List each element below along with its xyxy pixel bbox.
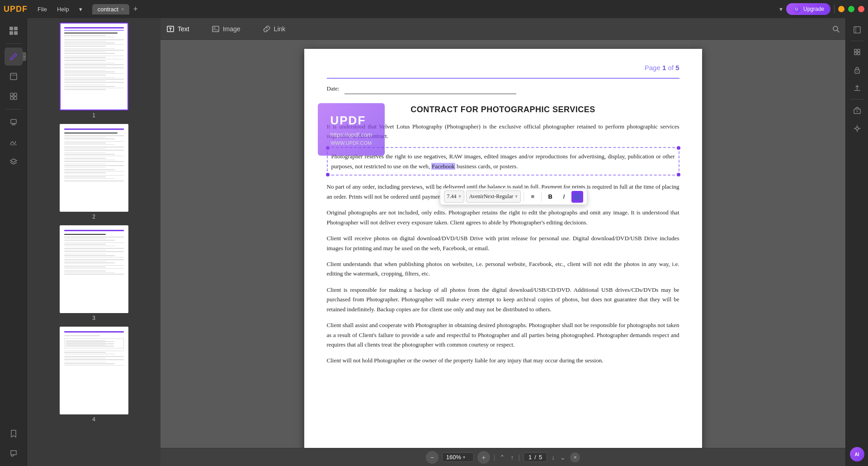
- selected-text-container[interactable]: Photographer reserves the right to use n…: [327, 147, 679, 176]
- paragraph-8: Client will not hold Photographer or the…: [327, 356, 679, 365]
- sidebar-item-layers[interactable]: [5, 153, 23, 171]
- font-name-field[interactable]: AvenirNext-Regular ▾: [466, 190, 521, 203]
- toolbar-search-button[interactable]: [826, 22, 845, 36]
- zoom-in-button[interactable]: +: [477, 451, 490, 464]
- tab-contract[interactable]: contract ×: [92, 4, 130, 14]
- sidebar-item-edit[interactable]: ›: [5, 48, 23, 66]
- font-name-arrow: ▾: [515, 192, 518, 201]
- svg-rect-6: [10, 93, 13, 96]
- nav-down-button[interactable]: ↓: [551, 454, 556, 461]
- toolbar-divider-1: [524, 192, 524, 201]
- maximize-button[interactable]: [848, 6, 854, 12]
- thumbnail-item-4[interactable]: 4: [31, 327, 157, 423]
- right-ocr-icon[interactable]: [849, 44, 865, 60]
- upgrade-button[interactable]: U Upgrade: [786, 3, 830, 15]
- zoom-value: 160%: [446, 454, 461, 461]
- text-icon: [166, 24, 175, 33]
- color-button[interactable]: [571, 191, 583, 203]
- toolbar-text-item[interactable]: Text: [160, 22, 195, 36]
- sidebar-item-signature[interactable]: [5, 133, 23, 151]
- right-divider-1: [850, 41, 864, 41]
- zoom-arrow[interactable]: ▾: [463, 455, 465, 460]
- dropdown-arrow-icon[interactable]: ▾: [779, 5, 783, 13]
- upgrade-label: Upgrade: [803, 6, 824, 12]
- handle-bottom-right[interactable]: [677, 173, 680, 176]
- svg-rect-3: [14, 31, 18, 35]
- page-of: of: [666, 64, 675, 71]
- right-panel-icon[interactable]: [849, 22, 865, 38]
- nav-first-button[interactable]: ⌃: [499, 454, 506, 461]
- color-swatch: [574, 194, 580, 200]
- thumbnail-label-2: 2: [92, 214, 95, 220]
- svg-rect-9: [14, 97, 17, 100]
- minimize-button[interactable]: [838, 6, 844, 12]
- handle-top-right[interactable]: [677, 146, 680, 150]
- sidebar-item-thumbnail[interactable]: [5, 22, 23, 40]
- add-tab-button[interactable]: +: [130, 5, 141, 14]
- thumbnail-item-2[interactable]: 2: [31, 124, 157, 220]
- pdf-viewer[interactable]: UPDF https://updf.com WWW.UPDF.COM Page …: [160, 40, 845, 448]
- main-layout: ›: [0, 18, 868, 466]
- thumbnail-label-4: 4: [92, 416, 95, 423]
- right-plugin-icon[interactable]: [849, 120, 865, 137]
- page-total: 5: [675, 64, 679, 71]
- right-panel: AI: [845, 18, 868, 466]
- handle-top-left[interactable]: [326, 146, 330, 150]
- menu-dropdown[interactable]: ▾: [75, 4, 87, 14]
- font-size-field[interactable]: 7.44 ▾: [444, 190, 464, 203]
- font-size-arrow: ▾: [458, 192, 461, 201]
- current-page-display[interactable]: 1: [528, 454, 532, 461]
- menu-file[interactable]: File: [33, 4, 52, 14]
- titlebar-menu: File Help ▾: [33, 4, 87, 14]
- sidebar-divider-1: [5, 43, 22, 44]
- thumbnail-page-2: [60, 124, 128, 212]
- align-button[interactable]: ≡: [527, 191, 538, 203]
- zoom-out-button[interactable]: −: [426, 451, 439, 464]
- toolbar-image-item[interactable]: Image: [206, 22, 246, 36]
- avatar-icon: U: [793, 5, 801, 13]
- thumbnail-item-3[interactable]: 3: [31, 225, 157, 321]
- zoom-level-display: 160% ▾: [442, 452, 474, 462]
- right-divider-2: [850, 99, 864, 100]
- svg-rect-19: [854, 49, 857, 52]
- top-toolbar: Text Image: [160, 18, 845, 40]
- close-zoom-button[interactable]: ×: [570, 452, 580, 462]
- sidebar-divider-2: [5, 109, 22, 109]
- date-field[interactable]: [344, 84, 516, 94]
- paragraph-4: Client will receive photos on digital do…: [327, 233, 679, 253]
- date-label: Date:: [327, 85, 340, 92]
- content-area: Text Image: [160, 18, 845, 466]
- sidebar-item-stamp[interactable]: [5, 113, 23, 131]
- selected-paragraph: Photographer reserves the right to use n…: [331, 152, 675, 171]
- thumbnail-item-1[interactable]: 1: [31, 23, 157, 119]
- thumbnail-label-3: 3: [92, 315, 95, 321]
- page-indicator: Page 1 of 5: [327, 62, 679, 73]
- svg-point-24: [857, 71, 858, 72]
- bold-button[interactable]: B: [544, 191, 556, 203]
- svg-point-15: [214, 27, 215, 29]
- svg-rect-0: [9, 27, 13, 30]
- link-icon: [262, 24, 271, 33]
- right-lock-icon[interactable]: [849, 62, 865, 78]
- handle-bottom-left[interactable]: [326, 173, 330, 176]
- sidebar-item-organize[interactable]: [5, 87, 23, 105]
- paragraph-6: Client is responsible for making a backu…: [327, 285, 679, 314]
- tab-close-button[interactable]: ×: [121, 6, 124, 12]
- thumbnail-page-1: [60, 23, 128, 110]
- toolbar-image-label: Image: [223, 25, 241, 33]
- right-upload-icon[interactable]: [849, 80, 865, 96]
- italic-button[interactable]: I: [558, 191, 570, 203]
- app-logo: UPDF: [4, 5, 28, 14]
- menu-help[interactable]: Help: [52, 4, 74, 14]
- nav-up-button[interactable]: ↑: [509, 454, 514, 461]
- thumbnail-label-1: 1: [92, 112, 95, 119]
- sidebar-item-view[interactable]: [5, 67, 23, 86]
- sidebar-item-annotation[interactable]: [5, 444, 23, 462]
- right-share-icon[interactable]: [849, 102, 865, 119]
- nav-last-button[interactable]: ⌄: [559, 454, 566, 461]
- toolbar-link-item[interactable]: Link: [257, 22, 291, 36]
- sidebar-item-bookmark[interactable]: [5, 424, 23, 442]
- close-button[interactable]: [858, 6, 864, 12]
- sidebar-expand-arrow[interactable]: ›: [23, 52, 26, 61]
- right-ai-icon[interactable]: AI: [849, 446, 865, 462]
